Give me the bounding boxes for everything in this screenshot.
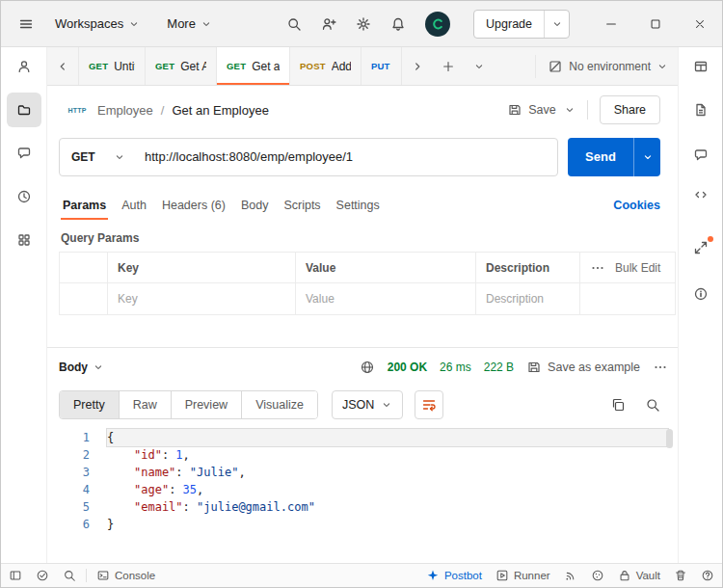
bell-icon	[390, 16, 406, 32]
code-panel-button[interactable]	[685, 179, 716, 210]
settings-button[interactable]	[350, 11, 377, 38]
trash-icon	[674, 569, 687, 582]
code-icon	[693, 187, 709, 202]
url-input[interactable]	[137, 149, 557, 164]
workspaces-menu[interactable]: Workspaces	[55, 16, 140, 31]
more-menu[interactable]: More	[167, 16, 212, 31]
trash-button[interactable]	[674, 569, 687, 582]
sidebar-item-history[interactable]	[7, 179, 41, 214]
tab-headers[interactable]: Headers (6)	[160, 191, 228, 220]
wrap-lines-button[interactable]	[415, 390, 443, 419]
breadcrumb-request-name[interactable]: Get an Employee	[172, 103, 268, 118]
code-token: ,	[183, 448, 190, 462]
view-preview[interactable]: Preview	[171, 391, 241, 418]
sidebar-item-collections[interactable]	[7, 93, 41, 127]
environment-quick-look[interactable]	[685, 51, 716, 82]
close-button[interactable]	[678, 1, 722, 46]
documentation-panel-button[interactable]	[685, 94, 716, 125]
description-cell[interactable]: Description	[476, 283, 580, 314]
info-panel-button[interactable]	[685, 279, 716, 309]
tab-settings[interactable]: Settings	[335, 191, 382, 220]
avatar[interactable]	[425, 12, 450, 37]
tab-body[interactable]: Body	[239, 191, 271, 220]
play-box-icon	[495, 569, 509, 582]
line-number: 2	[47, 446, 90, 464]
table-header-row: Key Value Description Bulk Edit	[60, 253, 675, 283]
notifications-button[interactable]	[385, 11, 412, 38]
scrollbar-thumb[interactable]	[666, 429, 673, 448]
tab-scripts[interactable]: Scripts	[281, 191, 322, 220]
response-body-dropdown[interactable]: Body	[59, 361, 104, 374]
main-menu-button[interactable]	[13, 11, 40, 38]
sidebar-item-mock[interactable]	[7, 136, 41, 171]
search-response-button[interactable]	[645, 397, 660, 413]
request-tab-add[interactable]: POST Add	[290, 47, 362, 85]
status-badge[interactable]: 200 OK	[388, 361, 427, 374]
tab-auth[interactable]: Auth	[120, 191, 148, 220]
globe-icon[interactable]	[360, 360, 375, 375]
request-tab-get-a[interactable]: GET Get A	[146, 47, 217, 85]
row-select-cell[interactable]	[60, 283, 108, 314]
send-options-button[interactable]	[633, 138, 660, 176]
bulk-edit-button[interactable]: Bulk Edit	[615, 261, 660, 275]
share-button[interactable]: Share	[600, 95, 660, 124]
tabs-back-button[interactable]	[51, 55, 74, 78]
request-tab-get-an-employee[interactable]: GET Get an	[217, 47, 290, 85]
postbot-button[interactable]: Postbot	[426, 569, 482, 582]
value-cell[interactable]: Value	[296, 283, 476, 314]
find-button[interactable]	[63, 569, 76, 582]
sidebar-item-apis[interactable]	[7, 223, 41, 257]
vault-button[interactable]: Vault	[618, 569, 660, 582]
response-time[interactable]: 26 ms	[440, 361, 471, 374]
tabs-forward-button[interactable]	[406, 55, 429, 78]
cookies-button[interactable]	[591, 569, 604, 582]
line-number: 3	[47, 464, 90, 481]
minimize-button[interactable]	[589, 1, 633, 46]
console-label: Console	[115, 570, 155, 581]
view-pretty[interactable]: Pretty	[60, 391, 119, 418]
key-cell[interactable]: Key	[108, 283, 296, 314]
comments-panel-button[interactable]	[685, 140, 716, 171]
blocks-icon	[16, 232, 32, 248]
invite-button[interactable]	[315, 11, 342, 38]
sidebar-item-user[interactable]	[7, 49, 41, 84]
chevron-down-icon	[128, 18, 140, 30]
breadcrumb-collection[interactable]: Employee	[97, 103, 153, 118]
tab-options-button[interactable]	[468, 55, 491, 78]
response-more-options-icon[interactable]	[653, 360, 668, 375]
expand-panel-button[interactable]	[685, 232, 716, 263]
checks-button[interactable]	[36, 569, 49, 582]
save-options-button[interactable]	[564, 104, 576, 116]
runner-button[interactable]: Runner	[495, 569, 550, 582]
search-button[interactable]	[281, 11, 308, 38]
more-options-icon[interactable]	[590, 260, 605, 276]
environment-selector[interactable]: No environment	[535, 55, 678, 78]
cookies-link[interactable]: Cookies	[613, 199, 660, 212]
upgrade-button[interactable]: Upgrade	[474, 11, 544, 38]
request-tab-untitled[interactable]: GET Untitle	[78, 47, 146, 85]
maximize-button[interactable]	[633, 1, 678, 46]
tab-params[interactable]: Params	[61, 191, 108, 220]
view-raw[interactable]: Raw	[119, 391, 171, 418]
copy-response-button[interactable]	[610, 397, 626, 413]
code-line: 5 "email": "julie@gmail.com"	[47, 498, 678, 516]
save-as-example-button[interactable]: Save as example	[526, 360, 640, 375]
console-button[interactable]: Console	[96, 569, 155, 582]
response-size[interactable]: 222 B	[484, 361, 514, 374]
save-button[interactable]: Save	[507, 102, 556, 118]
upgrade-caret-button[interactable]	[544, 11, 569, 38]
toggle-sidebar-button[interactable]	[9, 569, 22, 582]
request-tab-put[interactable]: PUT	[362, 47, 402, 85]
response-body-editor[interactable]: 1 { 2 "id": 1, 3 "name": "Julie", 4 "age…	[47, 429, 678, 533]
send-button[interactable]: Send	[568, 138, 633, 176]
language-dropdown[interactable]: JSON	[332, 390, 403, 419]
method-selector[interactable]: GET	[60, 150, 137, 164]
upgrade-split-button: Upgrade	[473, 10, 570, 39]
response-view-switch: Pretty Raw Preview Visualize	[59, 390, 318, 419]
tab-label: Get A	[180, 60, 206, 73]
new-tab-button[interactable]	[437, 55, 460, 78]
capture-requests-button[interactable]	[564, 569, 577, 582]
svg-text:HTTP: HTTP	[67, 107, 86, 114]
help-button[interactable]	[701, 569, 714, 582]
view-visualize[interactable]: Visualize	[241, 391, 317, 418]
